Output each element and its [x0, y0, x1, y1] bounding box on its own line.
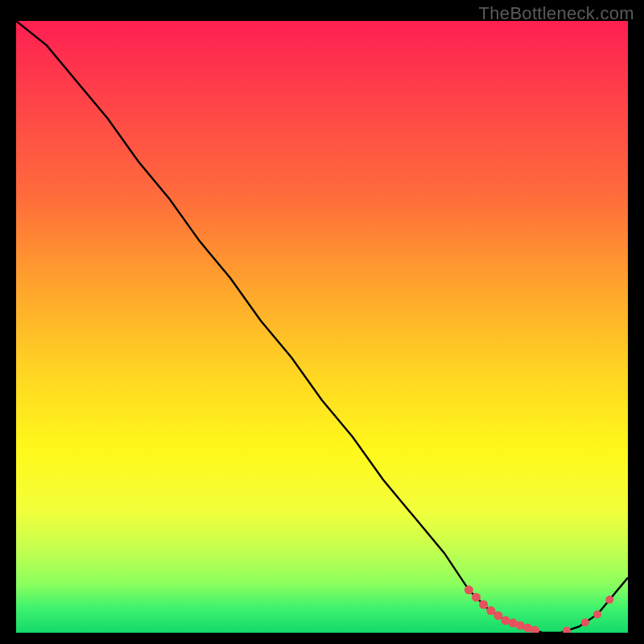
- curve-marker: [593, 610, 601, 618]
- curve-markers: [464, 585, 613, 633]
- curve-marker: [486, 606, 495, 615]
- plot-area: [16, 21, 628, 633]
- curve-marker: [563, 627, 571, 634]
- line-curve: [16, 21, 628, 633]
- curve-path: [16, 21, 628, 633]
- curve-marker: [605, 596, 613, 604]
- curve-marker: [464, 585, 473, 594]
- curve-marker: [493, 611, 502, 620]
- chart-root: TheBottleneck.com: [0, 0, 644, 644]
- curve-marker: [581, 618, 589, 626]
- curve-marker: [472, 592, 481, 601]
- curve-marker: [479, 601, 488, 609]
- watermark-text: TheBottleneck.com: [479, 3, 634, 24]
